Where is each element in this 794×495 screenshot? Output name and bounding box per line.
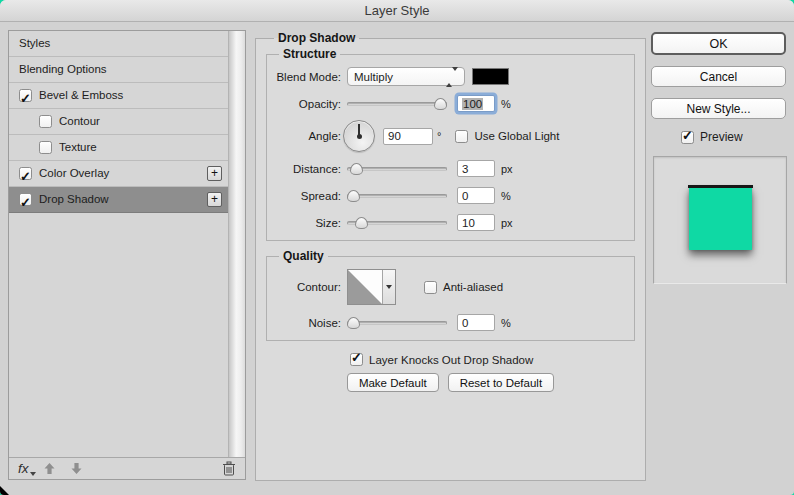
- check-icon: ✓: [20, 86, 31, 111]
- angle-value: 90: [388, 130, 401, 142]
- angle-row: Angle: 90 ° ✓ Use Global Light: [271, 117, 626, 155]
- distance-value: 3: [462, 163, 468, 175]
- contour-row: Contour: ✓ Anti-aliased: [271, 265, 626, 309]
- contour-picker[interactable]: [347, 269, 396, 305]
- move-effect-down-button[interactable]: [70, 462, 83, 475]
- blend-mode-select[interactable]: Multiply: [347, 67, 465, 86]
- angle-hub: [357, 134, 362, 139]
- spread-input[interactable]: 0: [457, 187, 495, 204]
- use-global-light-checkbox[interactable]: ✓: [455, 130, 468, 143]
- sidebar-item-bevel-emboss[interactable]: ✓ Bevel & Emboss: [9, 83, 228, 109]
- noise-label: Noise:: [271, 317, 341, 329]
- trash-icon: [222, 461, 236, 476]
- opacity-input[interactable]: 100: [457, 95, 495, 112]
- spread-slider-thumb[interactable]: [347, 190, 360, 202]
- sidebar-item-label: Contour: [59, 109, 100, 134]
- anti-aliased-checkbox[interactable]: ✓: [424, 281, 437, 294]
- fx-menu-button[interactable]: fx: [18, 461, 29, 476]
- styles-sidebar: Styles Blending Options ✓ Bevel & Emboss…: [8, 30, 246, 480]
- check-icon: ✓: [351, 350, 362, 365]
- spread-row: Spread: 0 %: [271, 182, 626, 209]
- delete-effect-button[interactable]: [222, 461, 236, 476]
- contour-dropdown-button[interactable]: [382, 270, 395, 304]
- noise-input[interactable]: 0: [457, 314, 495, 331]
- reset-to-default-button[interactable]: Reset to Default: [448, 373, 554, 392]
- sidebar-scrollbar[interactable]: [228, 31, 245, 457]
- anti-aliased-label: Anti-aliased: [443, 281, 503, 293]
- default-buttons-row: Make Default Reset to Default: [266, 373, 635, 392]
- color-overlay-checkbox[interactable]: ✓: [19, 167, 32, 180]
- sidebar-item-color-overlay[interactable]: ✓ Color Overlay +: [9, 161, 228, 187]
- size-slider-thumb[interactable]: [355, 217, 368, 229]
- chevron-down-icon: [386, 285, 392, 289]
- distance-slider-thumb[interactable]: [350, 163, 363, 175]
- drop-shadow-checkbox[interactable]: ✓: [19, 193, 32, 206]
- slider-groove: [347, 194, 447, 198]
- ok-button[interactable]: OK: [651, 32, 786, 55]
- sidebar-item-blending-options[interactable]: Blending Options: [9, 57, 228, 83]
- mouse-cursor: [0, 486, 9, 495]
- fx-caret-icon: [30, 472, 36, 476]
- sidebar-item-contour[interactable]: ✓ Contour: [9, 109, 228, 135]
- sidebar-item-texture[interactable]: ✓ Texture: [9, 135, 228, 161]
- layer-style-dialog: Layer Style Styles Blending Options ✓ Be…: [0, 0, 794, 495]
- opacity-slider[interactable]: [347, 97, 447, 111]
- noise-unit: %: [501, 317, 511, 329]
- add-color-overlay-button[interactable]: +: [207, 166, 222, 181]
- check-icon: ✓: [682, 128, 693, 143]
- distance-unit: px: [501, 163, 513, 175]
- style-preview-swatch: [689, 187, 752, 250]
- panel-title: Drop Shadow: [274, 31, 359, 45]
- title-bar[interactable]: Layer Style: [0, 0, 794, 22]
- spread-value: 0: [462, 190, 468, 202]
- blend-mode-label: Blend Mode:: [271, 71, 341, 83]
- size-row: Size: 10 px: [271, 209, 626, 236]
- distance-label: Distance:: [271, 163, 341, 175]
- layer-knocks-out-checkbox[interactable]: ✓: [350, 353, 363, 366]
- noise-slider-thumb[interactable]: [347, 317, 360, 329]
- noise-value: 0: [462, 317, 468, 329]
- quality-group: Quality Contour: ✓ Anti-aliased Noise: 0: [266, 249, 635, 341]
- shadow-color-swatch[interactable]: [472, 68, 509, 85]
- angle-dial[interactable]: [343, 120, 375, 152]
- contour-thumbnail[interactable]: [348, 270, 382, 304]
- contour-checkbox[interactable]: ✓: [39, 115, 52, 128]
- sidebar-item-styles[interactable]: Styles: [9, 31, 228, 57]
- new-style-button[interactable]: New Style...: [651, 98, 786, 119]
- spread-slider[interactable]: [347, 189, 447, 203]
- knockout-row: ✓ Layer Knocks Out Drop Shadow: [266, 353, 635, 366]
- preview-checkbox[interactable]: ✓: [681, 131, 694, 144]
- sidebar-item-label: Drop Shadow: [39, 187, 109, 212]
- texture-checkbox[interactable]: ✓: [39, 141, 52, 154]
- opacity-row: Opacity: 100 %: [271, 90, 626, 117]
- distance-slider[interactable]: [347, 162, 447, 176]
- sidebar-item-drop-shadow[interactable]: ✓ Drop Shadow +: [9, 187, 228, 213]
- size-unit: px: [501, 217, 513, 229]
- size-input[interactable]: 10: [457, 214, 495, 231]
- move-effect-up-button[interactable]: [43, 462, 56, 475]
- distance-input[interactable]: 3: [457, 160, 495, 177]
- use-global-light-label: Use Global Light: [474, 130, 559, 142]
- opacity-unit: %: [501, 98, 511, 110]
- cancel-button[interactable]: Cancel: [651, 66, 786, 87]
- sidebar-footer: fx: [9, 457, 245, 479]
- style-preview-panel: [653, 156, 787, 284]
- make-default-button[interactable]: Make Default: [347, 373, 439, 392]
- opacity-value: 100: [462, 98, 483, 110]
- angle-label: Angle:: [271, 130, 341, 142]
- blend-mode-value: Multiply: [354, 71, 393, 83]
- sidebar-item-label: Color Overlay: [39, 161, 109, 186]
- noise-slider[interactable]: [347, 316, 447, 330]
- opacity-slider-thumb[interactable]: [434, 98, 447, 110]
- angle-input[interactable]: 90: [383, 128, 433, 145]
- contour-label: Contour:: [271, 281, 341, 293]
- spread-unit: %: [501, 190, 511, 202]
- add-drop-shadow-button[interactable]: +: [207, 192, 222, 207]
- blend-mode-row: Blend Mode: Multiply: [271, 63, 626, 90]
- bevel-emboss-checkbox[interactable]: ✓: [19, 89, 32, 102]
- arrow-up-icon: [43, 462, 56, 475]
- style-list: Styles Blending Options ✓ Bevel & Emboss…: [9, 31, 228, 457]
- structure-title: Structure: [279, 47, 340, 61]
- size-slider[interactable]: [347, 216, 447, 230]
- size-value: 10: [462, 217, 475, 229]
